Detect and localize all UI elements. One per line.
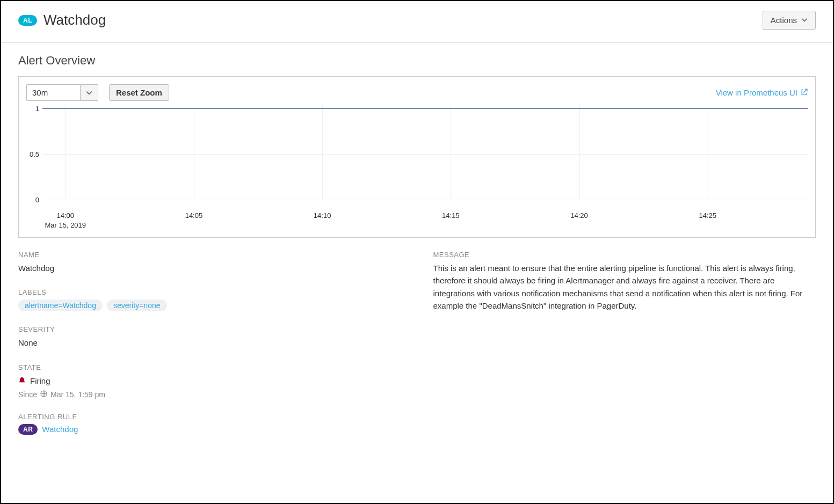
chart-x-tick: 14:25 xyxy=(699,211,716,220)
chart-plot-area xyxy=(42,103,808,210)
globe-icon xyxy=(40,390,47,399)
chevron-down-icon[interactable] xyxy=(80,84,98,101)
alerting-rule-link[interactable]: Watchdog xyxy=(42,425,78,434)
chart-plot: 00.51 xyxy=(26,103,808,210)
chart-y-tick: 0.5 xyxy=(30,150,39,158)
labels-label: LABELS xyxy=(18,288,401,296)
since-prefix: Since xyxy=(18,390,37,399)
state-value: Firing xyxy=(30,375,50,387)
rule-label: ALERTING RULE xyxy=(18,413,401,421)
labels-list: alertname=Watchdogseverity=none xyxy=(18,300,401,311)
timerange-select-value: 30m xyxy=(26,84,80,101)
resource-badge-ar: AR xyxy=(18,424,38,435)
chart-x-tick: 14:15 xyxy=(442,211,460,220)
section-title-overview: Alert Overview xyxy=(18,54,816,68)
chart-y-tick: 1 xyxy=(35,105,39,113)
label-pill[interactable]: severity=none xyxy=(107,300,167,311)
label-pill[interactable]: alertname=Watchdog xyxy=(18,300,103,311)
resource-badge-al: AL xyxy=(18,15,37,26)
chart-panel: 30m Reset Zoom View in Prometheus UI xyxy=(18,76,816,238)
view-in-prometheus-link[interactable]: View in Prometheus UI xyxy=(716,88,808,97)
page-title: Watchdog xyxy=(43,12,106,28)
prometheus-link-label: View in Prometheus UI xyxy=(716,88,797,97)
message-label: MESSAGE xyxy=(433,251,816,259)
chart-x-tick: 14:00 xyxy=(56,211,74,220)
actions-menu-label: Actions xyxy=(771,16,797,25)
chart-x-tick: 14:05 xyxy=(185,211,203,220)
chart-x-axis: 14:00Mar 15, 201914:0514:1014:1514:2014:… xyxy=(42,210,808,233)
chart-x-tick: 14:20 xyxy=(570,211,588,220)
message-value: This is an alert meant to ensure that th… xyxy=(433,262,816,312)
since-value: Mar 15, 1:59 pm xyxy=(50,390,105,399)
chart-series-line xyxy=(42,108,808,109)
name-label: NAME xyxy=(18,251,401,259)
bell-icon xyxy=(18,375,26,387)
severity-label: SEVERITY xyxy=(18,325,401,333)
timerange-select[interactable]: 30m xyxy=(26,84,98,101)
page-header: AL Watchdog Actions xyxy=(1,1,833,43)
actions-menu-button[interactable]: Actions xyxy=(763,11,816,30)
name-value: Watchdog xyxy=(18,262,401,274)
chart-x-tick: 14:10 xyxy=(314,211,331,220)
chart-y-axis: 00.51 xyxy=(26,103,42,210)
state-label: STATE xyxy=(18,363,401,371)
chart-y-tick: 0 xyxy=(35,196,39,204)
chart-x-date: Mar 15, 2019 xyxy=(45,221,86,229)
chevron-down-icon xyxy=(801,16,808,25)
reset-zoom-button[interactable]: Reset Zoom xyxy=(109,84,169,101)
external-link-icon xyxy=(801,88,808,97)
severity-value: None xyxy=(18,337,401,349)
